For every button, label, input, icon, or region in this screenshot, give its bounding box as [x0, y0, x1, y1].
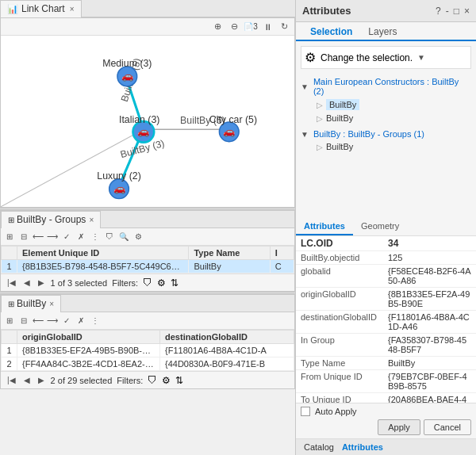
t2-sort-icon[interactable]: ⇅	[175, 375, 183, 386]
row-num: 1	[2, 344, 17, 358]
t1-icon2[interactable]: ⊟	[17, 231, 30, 243]
t2-icon4[interactable]: ⟶	[46, 315, 59, 327]
table1-col2-header[interactable]: Type Name	[189, 247, 270, 260]
t1-icon1[interactable]: ⊞	[3, 231, 16, 243]
auto-apply-checkbox[interactable]	[301, 407, 310, 416]
pause-icon[interactable]: ⏸	[260, 20, 274, 34]
tab-geometry[interactable]: Geometry	[353, 218, 407, 235]
attr-key: In Group	[296, 333, 383, 356]
network-visualization: BuiltBy (5) BuiltBy (3) BuiltBy (5) 🚗 Me…	[1, 36, 294, 208]
table1-close-btn[interactable]: ×	[89, 216, 94, 224]
t2-prev-btn[interactable]: ◀	[22, 376, 32, 384]
tree-child-1-1[interactable]: ▷ BuiltBy	[301, 98, 471, 112]
t2-settings-icon[interactable]: ⚙	[162, 375, 171, 386]
attr-key: destinationGlobalID	[296, 310, 383, 333]
svg-text:🚗: 🚗	[223, 125, 236, 138]
attr-row: globalid{F58ECE48-B2F6-4A50-A86	[296, 264, 476, 287]
attr-value: BuiltBy	[383, 356, 476, 369]
tab-attributes[interactable]: Attributes	[296, 218, 353, 235]
table1-col1-header[interactable]: Element Unique ID	[17, 247, 189, 260]
tree-group-1-header[interactable]: ▼ Main European Constructors : BuiltBy (…	[301, 75, 471, 98]
minimize-icon[interactable]: -	[446, 6, 449, 17]
tree-group-2-header[interactable]: ▼ BuiltBy : BuiltBy - Groups (1)	[301, 128, 471, 140]
t1-icon10[interactable]: ⚙	[132, 231, 144, 243]
zoom-out-icon[interactable]: ⊖	[227, 20, 241, 34]
bottom-tab-catalog[interactable]: Catalog	[301, 441, 337, 453]
t2-first-btn[interactable]: |◀	[6, 376, 17, 384]
attr-row: BuiltBy.objectid125	[296, 250, 476, 264]
table1-toolbar: ⊞ ⊟ ⟵ ⟶ ✓ ✗ ⋮ ⛉ 🔍 ⚙	[1, 228, 294, 246]
svg-text:🚗: 🚗	[137, 125, 150, 138]
t1-icon3[interactable]: ⟵	[32, 231, 44, 243]
builtby-groups-table-section: ⊞ BuiltBy - Groups × ⊞ ⊟ ⟵ ⟶ ✓ ✗ ⋮ ⛉ 🔍 ⚙…	[0, 210, 295, 292]
t1-filter-icon[interactable]: ⛉	[143, 277, 152, 289]
table2-col-num	[2, 331, 17, 344]
link-chart-tab[interactable]: 📊 Link Chart ×	[0, 0, 82, 17]
table-row[interactable]: 2 {FF4AA84C-3B2E-4CD1-8EA2-F79A1F7335C5}…	[2, 358, 294, 371]
refresh-icon[interactable]: ↻	[277, 20, 291, 34]
tree-child-1-1-label: BuiltBy	[326, 99, 359, 110]
help-icon[interactable]: ?	[436, 6, 441, 17]
selection-content: ⚙ Change the selection. ▼ ▼ Main Europea…	[296, 41, 476, 218]
table-row[interactable]: 1 {8B1B3E5-B798-4548-B5F7-5C449C61B61C} …	[2, 260, 294, 273]
svg-text:Italian (3): Italian (3)	[119, 114, 159, 125]
t2-icon6[interactable]: ✗	[75, 315, 87, 327]
t1-icon4[interactable]: ⟶	[46, 231, 59, 243]
maximize-icon[interactable]: □	[454, 6, 459, 17]
table2-filters-label: Filters:	[117, 376, 143, 385]
table-row[interactable]: 1 {8B1B33E5-EF2A-49B5-B90B-45251C7458E6}…	[2, 344, 294, 358]
attr-value: {F11801A6-4B8A-4C1D-A46	[383, 310, 476, 333]
t2-icon2[interactable]: ⊟	[17, 315, 30, 327]
tree-group-2-label: BuiltBy : BuiltBy - Groups (1)	[313, 129, 424, 139]
t2-next-btn[interactable]: ▶	[36, 376, 46, 384]
svg-text:🚗: 🚗	[113, 182, 126, 195]
t1-icon5[interactable]: ✓	[60, 231, 73, 243]
t1-icon7[interactable]: ⋮	[89, 231, 102, 243]
attr-value: 34	[383, 236, 476, 251]
apply-button[interactable]: Apply	[378, 419, 420, 435]
chart-toolbar: ⊕ ⊖ 📄3 ⏸ ↻	[1, 18, 294, 36]
table2-toolbar: ⊞ ⊟ ⟵ ⟶ ✓ ✗ ⋮	[1, 312, 294, 330]
table1-status: 1 of 3 selected	[51, 278, 108, 288]
t1-settings-icon[interactable]: ⚙	[157, 277, 166, 289]
table2-tab[interactable]: ⊞ BuiltBy ×	[1, 295, 61, 312]
change-selection-row[interactable]: ⚙ Change the selection. ▼	[301, 46, 471, 69]
t1-first-btn[interactable]: |◀	[6, 278, 17, 287]
table2-col2-header[interactable]: destinationGlobalID	[160, 331, 294, 344]
table1-col3-header[interactable]: I	[270, 247, 294, 260]
tree-child-2-1[interactable]: ▷ BuiltBy	[301, 140, 471, 153]
chart-tab-bar: 📊 Link Chart ×	[0, 0, 295, 17]
t2-icon1[interactable]: ⊞	[3, 315, 16, 327]
attr-row: Type NameBuiltBy	[296, 356, 476, 369]
tab-close-btn[interactable]: ×	[70, 5, 75, 13]
t2-icon5[interactable]: ✓	[60, 315, 73, 327]
attributes-panel: Attributes ? - □ × Selection Layers ⚙ Ch…	[295, 0, 476, 455]
attr-value: {79EB7CBF-0BEF-4B9B-8575	[383, 369, 476, 392]
t1-icon9[interactable]: 🔍	[117, 231, 130, 243]
t1-sort-icon[interactable]: ⇅	[171, 277, 178, 289]
t2-filter-icon[interactable]: ⛉	[148, 375, 157, 386]
table1-cell-id: {8B1B3E5-B798-4548-B5F7-5C449C61B61C}	[17, 260, 189, 273]
table1-tab[interactable]: ⊞ BuiltBy - Groups ×	[1, 211, 101, 228]
attr-key: globalid	[296, 264, 383, 287]
tab-layers[interactable]: Layers	[360, 24, 405, 41]
t1-next-btn[interactable]: ▶	[36, 278, 46, 287]
tab-selection[interactable]: Selection	[302, 24, 360, 41]
table2-close-btn[interactable]: ×	[49, 300, 54, 308]
cancel-button[interactable]: Cancel	[424, 419, 471, 435]
close-icon[interactable]: ×	[464, 6, 470, 17]
tree-child-1-2[interactable]: ▷ BuiltBy	[301, 112, 471, 124]
t1-prev-btn[interactable]: ◀	[22, 278, 32, 287]
table2-col1-header[interactable]: originGlobalID	[17, 331, 160, 344]
t2-icon7[interactable]: ⋮	[89, 315, 102, 327]
zoom-icon[interactable]: ⊕	[210, 20, 225, 34]
table2-row2-col2: {44D0830A-B0F9-471E-B	[160, 358, 294, 371]
t1-icon6[interactable]: ✗	[75, 231, 87, 243]
attr-value: {8B1B33E5-EF2A-49B5-B90E	[383, 287, 476, 310]
t1-icon8[interactable]: ⛉	[103, 231, 116, 243]
bottom-tab-attributes[interactable]: Attributes	[339, 441, 386, 453]
tree-child-arrow-icon: ▷	[317, 101, 323, 109]
header-icons: ? - □ ×	[436, 6, 470, 17]
change-selection-arrow[interactable]: ▼	[417, 53, 425, 62]
t2-icon3[interactable]: ⟵	[32, 315, 44, 327]
